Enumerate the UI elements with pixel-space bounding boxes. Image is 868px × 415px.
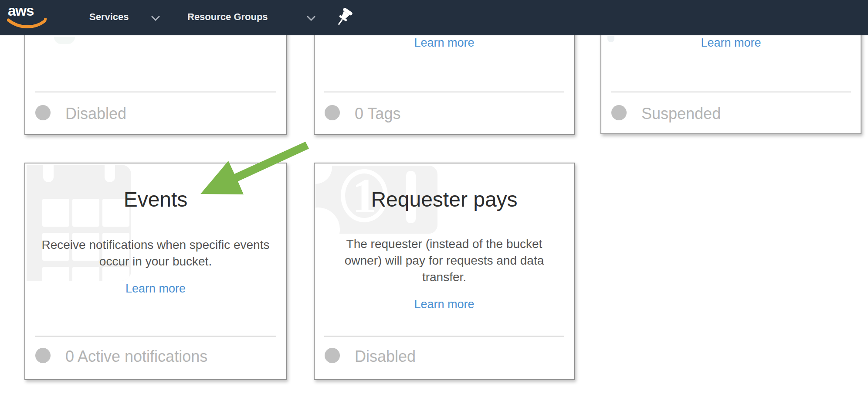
status-text: Disabled <box>65 105 126 123</box>
ghost-icon-remnant <box>54 37 75 44</box>
status-circle-icon <box>35 105 51 120</box>
status-text: Disabled <box>355 347 416 366</box>
status-circle-icon <box>325 105 340 120</box>
status-text: Suspended <box>641 105 721 123</box>
learn-more-link[interactable]: Learn more <box>601 36 861 50</box>
aws-smile-icon <box>7 18 47 31</box>
status-circle-icon <box>325 348 340 363</box>
status-text: 0 Tags <box>355 105 400 123</box>
card-title: Events <box>25 187 286 211</box>
card-description: Receive notifications when specific even… <box>25 237 286 270</box>
property-card-partial-2[interactable]: Learn more 0 Tags <box>314 25 575 135</box>
description-line: transfer. <box>315 269 574 286</box>
chevron-down-icon[interactable] <box>151 16 160 21</box>
chevron-down-icon[interactable] <box>307 16 315 21</box>
nav-services-menu[interactable]: Services <box>89 11 129 23</box>
s3-bucket-properties-screen: aws Services Resource Groups <box>0 0 868 415</box>
status-text: 0 Active notifications <box>65 347 207 366</box>
property-card-partial-3[interactable]: Learn more Suspended <box>600 25 861 134</box>
top-nav-bar: aws Services Resource Groups <box>0 0 868 35</box>
property-card-partial-1[interactable]: Disabled <box>24 25 287 135</box>
pushpin-icon[interactable] <box>336 7 353 30</box>
card-divider <box>35 336 276 337</box>
card-divider <box>35 92 276 92</box>
description-line: The requester (instead of the bucket <box>315 236 574 252</box>
card-description: The requester (instead of the bucket own… <box>315 236 574 286</box>
status-circle-icon <box>611 105 627 120</box>
nav-resource-groups-menu[interactable]: Resource Groups <box>187 11 268 23</box>
status-circle-icon <box>35 348 51 363</box>
card-title: Requester pays <box>315 187 574 211</box>
description-line: occur in your bucket. <box>25 253 286 270</box>
card-divider <box>324 336 564 337</box>
learn-more-link[interactable]: Learn more <box>315 298 574 311</box>
description-line: owner) will pay for requests and data <box>315 252 574 269</box>
card-divider <box>324 92 564 92</box>
aws-logo-text: aws <box>8 3 34 19</box>
description-line: Receive notifications when specific even… <box>25 237 286 253</box>
events-card[interactable]: Events Receive notifications when specif… <box>24 163 287 380</box>
learn-more-link[interactable]: Learn more <box>25 282 286 296</box>
requester-pays-card[interactable]: 1 Requester pays The requester (instead … <box>314 163 575 380</box>
learn-more-link[interactable]: Learn more <box>315 36 574 50</box>
card-divider <box>611 92 851 92</box>
